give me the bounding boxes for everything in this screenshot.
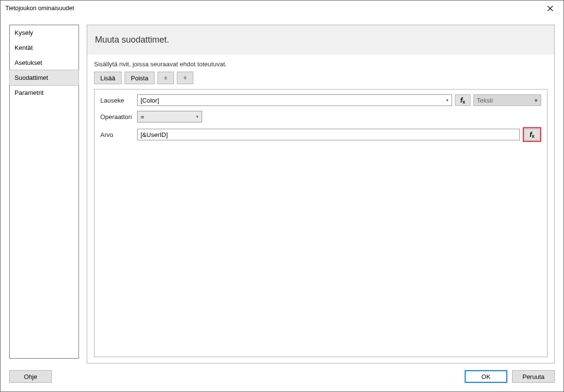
sidebar-item-options[interactable]: Asetukset xyxy=(10,55,78,70)
sidebar-item-parameters[interactable]: Parametrit xyxy=(10,85,78,100)
value-row: Arvo [&UserID] fx xyxy=(100,127,541,142)
fx-icon: fx xyxy=(530,131,534,138)
expression-value: [Color] xyxy=(141,97,159,104)
content-heading: Muuta suodattimet. xyxy=(87,25,554,55)
close-button[interactable] xyxy=(540,1,560,15)
help-button[interactable]: Ohje xyxy=(9,370,52,383)
value-fx-highlight: fx xyxy=(523,127,541,142)
value-input[interactable]: [&UserID] xyxy=(137,129,520,140)
chevron-down-icon: ▾ xyxy=(446,98,449,103)
ok-button[interactable]: OK xyxy=(465,370,507,383)
content-body: Sisällytä rivit, joissa seuraavat ehdot … xyxy=(87,55,554,363)
move-up-button[interactable] xyxy=(157,72,174,84)
sidebar-item-fields[interactable]: Kentät xyxy=(10,40,78,55)
add-button[interactable]: Lisää xyxy=(94,72,122,84)
dialog-body: Kysely Kentät Asetukset Suodattimet Para… xyxy=(0,16,564,392)
cancel-button[interactable]: Peruuta xyxy=(512,370,555,383)
filter-panel: Lauseke [Color] ▾ fx Teksti ▾ xyxy=(94,89,548,357)
expression-combo[interactable]: [Color] ▾ xyxy=(137,94,452,106)
value-text: [&UserID] xyxy=(141,131,168,138)
expression-row: Lauseke [Color] ▾ fx Teksti ▾ xyxy=(100,94,541,106)
main-split: Kysely Kentät Asetukset Suodattimet Para… xyxy=(0,16,564,363)
move-down-button[interactable] xyxy=(177,72,193,84)
datatype-value: Teksti xyxy=(477,97,493,104)
instruction-text: Sisällytä rivit, joissa seuraavat ehdot … xyxy=(94,60,548,68)
expression-fx-button[interactable]: fx xyxy=(455,94,470,106)
datatype-combo[interactable]: Teksti ▾ xyxy=(473,94,541,106)
expression-label: Lauseke xyxy=(100,97,134,104)
dialog-window: Tietojoukon ominaisuudet Kysely Kentät A… xyxy=(0,0,564,392)
filter-toolbar: Lisää Poista xyxy=(94,72,548,84)
sidebar-item-filters[interactable]: Suodattimet xyxy=(9,70,79,86)
window-title: Tietojoukon ominaisuudet xyxy=(5,5,74,12)
titlebar: Tietojoukon ominaisuudet xyxy=(0,0,564,16)
content-pane: Muuta suodattimet. Sisällytä rivit, jois… xyxy=(87,25,555,363)
fx-icon: fx xyxy=(460,96,465,104)
close-icon xyxy=(548,6,553,11)
remove-button[interactable]: Poista xyxy=(125,72,155,84)
operator-label: Operaattori xyxy=(100,113,134,121)
dialog-footer: Ohje OK Peruuta xyxy=(0,363,564,392)
arrow-down-icon xyxy=(183,75,188,80)
arrow-up-icon xyxy=(163,75,168,80)
value-label: Arvo xyxy=(100,131,134,138)
footer-right: OK Peruuta xyxy=(465,370,555,383)
value-fx-button[interactable]: fx xyxy=(524,129,540,140)
chevron-down-icon: ▾ xyxy=(196,114,199,119)
chevron-down-icon: ▾ xyxy=(534,97,538,104)
sidebar-nav: Kysely Kentät Asetukset Suodattimet Para… xyxy=(9,25,79,359)
operator-value: = xyxy=(141,113,144,121)
operator-row: Operaattori = ▾ xyxy=(100,111,541,122)
footer-left: Ohje xyxy=(9,370,52,383)
operator-combo[interactable]: = ▾ xyxy=(137,111,202,122)
sidebar-item-query[interactable]: Kysely xyxy=(10,25,78,40)
